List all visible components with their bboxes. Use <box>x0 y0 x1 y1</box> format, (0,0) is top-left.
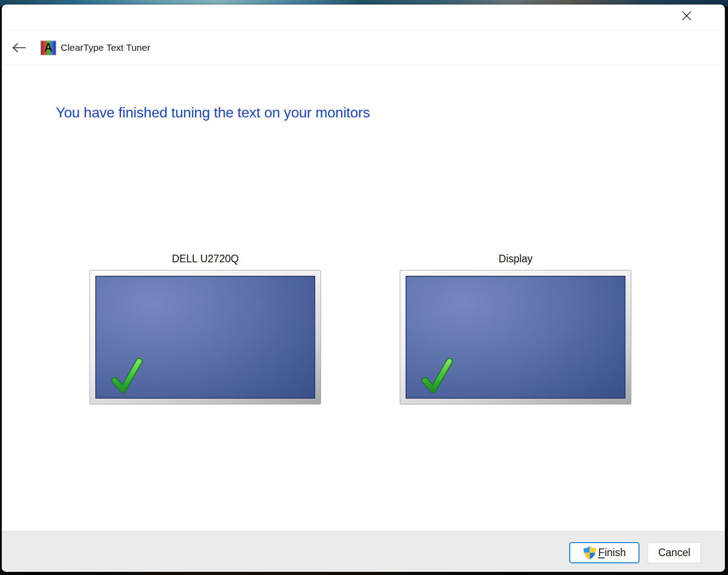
cleartype-app-icon-letter: A <box>44 42 53 54</box>
monitor-group-dell: DELL U2720Q <box>89 252 321 404</box>
monitor-label-dell: DELL U2720Q <box>89 252 321 265</box>
finish-button[interactable]: Finish <box>569 542 639 563</box>
check-icon <box>420 355 455 395</box>
cancel-button[interactable]: Cancel <box>648 542 701 563</box>
monitor-screen-display <box>406 276 625 399</box>
check-icon <box>110 355 145 395</box>
close-icon <box>681 10 692 22</box>
titlebar <box>2 4 725 31</box>
monitor-group-display: Display <box>400 252 631 404</box>
back-arrow-icon <box>12 42 26 53</box>
wizard-heading: You have finished tuning the text on you… <box>56 104 370 121</box>
monitor-preview-dell <box>89 270 321 404</box>
wizard-content: You have finished tuning the text on you… <box>2 66 725 531</box>
page-title: ClearType Text Tuner <box>61 42 150 53</box>
cleartype-tuner-window: A ClearType Text Tuner You have finished… <box>2 4 725 572</box>
uac-shield-icon <box>583 546 597 560</box>
cancel-button-label: Cancel <box>658 547 691 559</box>
monitor-preview-display <box>400 270 631 404</box>
cleartype-app-icon: A <box>40 40 56 55</box>
monitor-label-display: Display <box>400 252 631 265</box>
close-button[interactable] <box>676 6 697 25</box>
back-button[interactable] <box>11 40 27 56</box>
finish-button-label: Finish <box>598 547 625 559</box>
footer-bar: Finish Cancel <box>2 531 725 572</box>
monitor-screen-dell <box>95 276 315 399</box>
header: A ClearType Text Tuner <box>2 31 725 65</box>
